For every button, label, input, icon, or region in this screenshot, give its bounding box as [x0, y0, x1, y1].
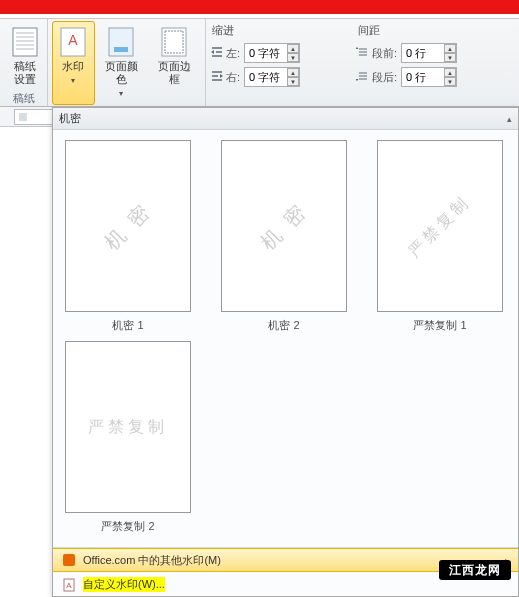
- watermark-icon: A: [57, 26, 89, 58]
- spin-down[interactable]: ▼: [287, 77, 299, 86]
- space-before-label: 段前:: [372, 46, 397, 61]
- spin-down[interactable]: ▼: [444, 77, 456, 86]
- indent-right-icon: [210, 70, 224, 84]
- indent-left-icon: [210, 46, 224, 60]
- page-color-button[interactable]: 页面颜色▾: [95, 21, 148, 105]
- gallery-caption: 严禁复制 1: [413, 318, 466, 333]
- group-draft-label: 稿纸: [4, 91, 43, 108]
- page-border-button[interactable]: 页面边框: [148, 21, 201, 105]
- watermark-preview-text: 严禁复制: [88, 417, 168, 438]
- gallery-caption: 机密 1: [112, 318, 143, 333]
- space-before-icon: [356, 46, 370, 60]
- svg-text:A: A: [66, 581, 72, 590]
- svg-rect-9: [114, 47, 128, 52]
- page-border-icon: [158, 26, 190, 58]
- draft-icon: [9, 26, 41, 58]
- custom-watermark-label: 自定义水印(W)...: [83, 577, 165, 592]
- indent-left-label: 左:: [226, 46, 240, 61]
- space-after-icon: [356, 70, 370, 84]
- svg-rect-10: [162, 28, 186, 56]
- spacing-title: 间距: [356, 21, 508, 42]
- office-icon: [61, 552, 77, 568]
- indent-right-label: 右:: [226, 70, 240, 85]
- svg-text:A: A: [69, 32, 79, 48]
- gallery-item[interactable]: 机 密 机密 2: [221, 140, 347, 333]
- spin-down[interactable]: ▼: [444, 53, 456, 62]
- site-watermark: 江西龙网: [439, 562, 511, 579]
- watermark-preview-text: 严禁复制: [404, 190, 475, 261]
- custom-watermark-icon: A: [61, 577, 77, 593]
- spin-up[interactable]: ▲: [444, 44, 456, 53]
- space-after-label: 段后:: [372, 70, 397, 85]
- watermark-button[interactable]: A 水印▾: [52, 21, 95, 105]
- spin-up[interactable]: ▲: [444, 68, 456, 77]
- watermark-preview-text: 机 密: [254, 196, 313, 255]
- gallery-item[interactable]: 机 密 机密 1: [65, 140, 191, 333]
- chevron-down-icon: ▾: [71, 76, 75, 85]
- watermark-label: 水印: [62, 60, 84, 72]
- spin-up[interactable]: ▲: [287, 68, 299, 77]
- indent-title: 缩进: [210, 21, 348, 42]
- draft-settings-button[interactable]: 稿纸 设置: [4, 21, 46, 91]
- svg-rect-0: [13, 28, 37, 56]
- gallery-caption: 严禁复制 2: [101, 519, 154, 534]
- watermark-preview-text: 机 密: [98, 196, 157, 255]
- watermark-gallery: 机密 ▴ 机 密 机密 1 机 密 机密 2 严禁复制 严禁复制 1 严禁复制 …: [52, 107, 519, 597]
- gallery-collapse-icon[interactable]: ▴: [507, 114, 512, 124]
- spin-down[interactable]: ▼: [287, 53, 299, 62]
- gallery-item[interactable]: 严禁复制 严禁复制 2: [65, 341, 191, 534]
- draft-settings-label: 稿纸 设置: [14, 60, 36, 86]
- more-office-label: Office.com 中的其他水印(M): [83, 553, 221, 568]
- chevron-down-icon: ▾: [119, 89, 123, 98]
- gallery-title: 机密: [59, 111, 81, 126]
- page-color-label: 页面颜色: [105, 60, 138, 85]
- page-color-icon: [105, 26, 137, 58]
- gallery-caption: 机密 2: [268, 318, 299, 333]
- spin-up[interactable]: ▲: [287, 44, 299, 53]
- svg-rect-12: [63, 554, 75, 566]
- page-border-label: 页面边框: [155, 60, 194, 86]
- gallery-item[interactable]: 严禁复制 严禁复制 1: [377, 140, 503, 333]
